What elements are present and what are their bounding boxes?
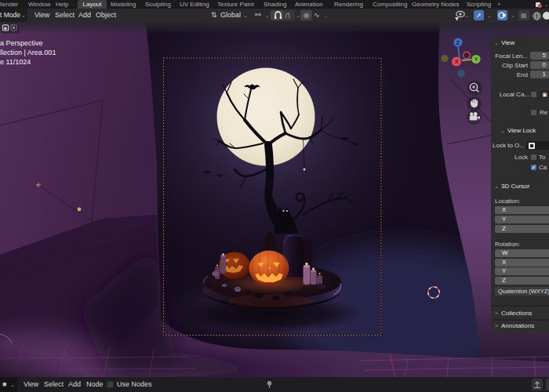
svg-text:Y: Y [474, 56, 478, 62]
svg-text:Z: Z [456, 40, 460, 45]
svg-text:llection | Area.001: llection | Area.001 [0, 49, 56, 56]
svg-text:X: X [455, 59, 459, 64]
svg-text:a Perspective: a Perspective [0, 39, 43, 47]
svg-text:e 11/1024: e 11/1024 [0, 58, 31, 66]
